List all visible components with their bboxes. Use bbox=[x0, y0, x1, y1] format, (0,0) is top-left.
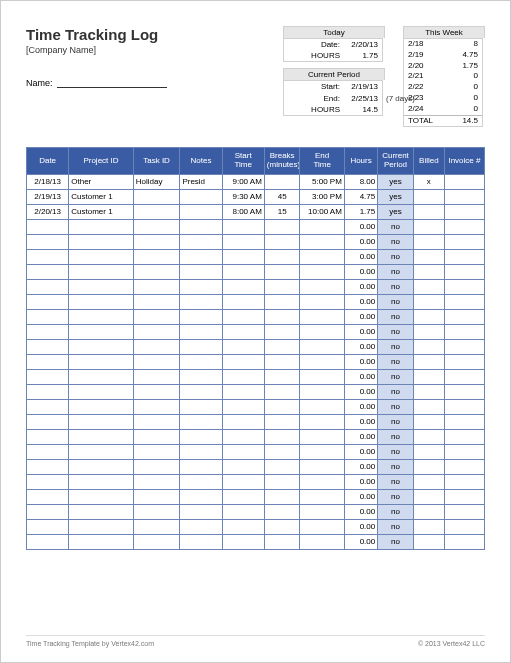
cp-end-label: End: bbox=[288, 93, 340, 104]
cp-hours: 14.5 bbox=[340, 104, 378, 115]
cp-end: 2/25/13 bbox=[340, 93, 378, 104]
week-row: 2/240 bbox=[404, 104, 482, 115]
table-row[interactable]: 0.00no bbox=[27, 249, 485, 264]
today-hours: 1.75 bbox=[340, 50, 378, 61]
table-row[interactable]: 0.00no bbox=[27, 399, 485, 414]
col-header: Date bbox=[27, 148, 69, 175]
name-input-line[interactable] bbox=[57, 77, 167, 88]
table-row[interactable]: 0.00no bbox=[27, 219, 485, 234]
table-row[interactable]: 0.00no bbox=[27, 519, 485, 534]
table-header-row: DateProject IDTask IDNotesStartTimeBreak… bbox=[27, 148, 485, 175]
table-row[interactable]: 0.00no bbox=[27, 339, 485, 354]
table-row[interactable]: 0.00no bbox=[27, 309, 485, 324]
col-header: Hours bbox=[344, 148, 377, 175]
cp-hours-label: HOURS bbox=[288, 104, 340, 115]
company-name: [Company Name] bbox=[26, 45, 167, 55]
col-header: StartTime bbox=[222, 148, 264, 175]
week-total: TOTAL14.5 bbox=[404, 115, 482, 127]
col-header: CurrentPeriod bbox=[378, 148, 414, 175]
table-row[interactable]: 0.00no bbox=[27, 369, 485, 384]
col-header: Invoice # bbox=[444, 148, 484, 175]
table-row[interactable]: 0.00no bbox=[27, 474, 485, 489]
table-row[interactable]: 0.00no bbox=[27, 414, 485, 429]
current-period-box: Current Period Start:2/19/13 End: 2/25/1… bbox=[283, 68, 385, 116]
col-header: Notes bbox=[180, 148, 222, 175]
table-row[interactable]: 0.00no bbox=[27, 489, 485, 504]
col-header: Billed bbox=[413, 148, 444, 175]
week-row: 2/220 bbox=[404, 82, 482, 93]
today-date-label: Date: bbox=[288, 39, 340, 50]
week-row: 2/194.75 bbox=[404, 50, 482, 61]
cp-start: 2/19/13 bbox=[340, 81, 378, 92]
table-row[interactable]: 0.00no bbox=[27, 429, 485, 444]
today-box: Today Date:2/20/13 HOURS1.75 bbox=[283, 26, 385, 62]
week-row: 2/201.75 bbox=[404, 61, 482, 72]
table-row[interactable]: 0.00no bbox=[27, 444, 485, 459]
col-header: Breaks(minutes) bbox=[264, 148, 300, 175]
table-row[interactable]: 0.00no bbox=[27, 354, 485, 369]
week-row: 2/210 bbox=[404, 71, 482, 82]
this-week-body: 2/1882/194.752/201.752/2102/2202/2302/24… bbox=[403, 38, 483, 127]
table-row[interactable]: 0.00no bbox=[27, 264, 485, 279]
footer-right: © 2013 Vertex42 LLC bbox=[418, 640, 485, 647]
table-row[interactable]: 0.00no bbox=[27, 279, 485, 294]
table-row[interactable]: 0.00no bbox=[27, 294, 485, 309]
today-date: 2/20/13 bbox=[340, 39, 378, 50]
cp-days-note: (7 days) bbox=[386, 93, 415, 104]
col-header: EndTime bbox=[300, 148, 344, 175]
current-period-title: Current Period bbox=[283, 68, 385, 80]
col-header: Task ID bbox=[133, 148, 180, 175]
week-row: 2/230 bbox=[404, 93, 482, 104]
today-hours-label: HOURS bbox=[288, 50, 340, 61]
table-row[interactable]: 0.00no bbox=[27, 504, 485, 519]
table-row[interactable]: 0.00no bbox=[27, 459, 485, 474]
time-log-table: DateProject IDTask IDNotesStartTimeBreak… bbox=[26, 147, 485, 550]
this-week-title: This Week bbox=[403, 26, 485, 38]
today-title: Today bbox=[283, 26, 385, 38]
table-row[interactable]: 2/18/13OtherHolidayPresid9:00 AM5:00 PM8… bbox=[27, 174, 485, 189]
cp-start-label: Start: bbox=[288, 81, 340, 92]
col-header: Project ID bbox=[69, 148, 133, 175]
week-row: 2/188 bbox=[404, 39, 482, 50]
table-row[interactable]: 0.00no bbox=[27, 234, 485, 249]
table-row[interactable]: 2/20/13Customer 18:00 AM1510:00 AM1.75ye… bbox=[27, 204, 485, 219]
table-row[interactable]: 0.00no bbox=[27, 324, 485, 339]
footer-left: Time Tracking Template by Vertex42.com bbox=[26, 640, 154, 647]
table-row[interactable]: 0.00no bbox=[27, 384, 485, 399]
name-label: Name: bbox=[26, 78, 53, 88]
table-row[interactable]: 2/19/13Customer 19:30 AM453:00 PM4.75yes bbox=[27, 189, 485, 204]
page-title: Time Tracking Log bbox=[26, 26, 167, 43]
table-row[interactable]: 0.00no bbox=[27, 534, 485, 549]
